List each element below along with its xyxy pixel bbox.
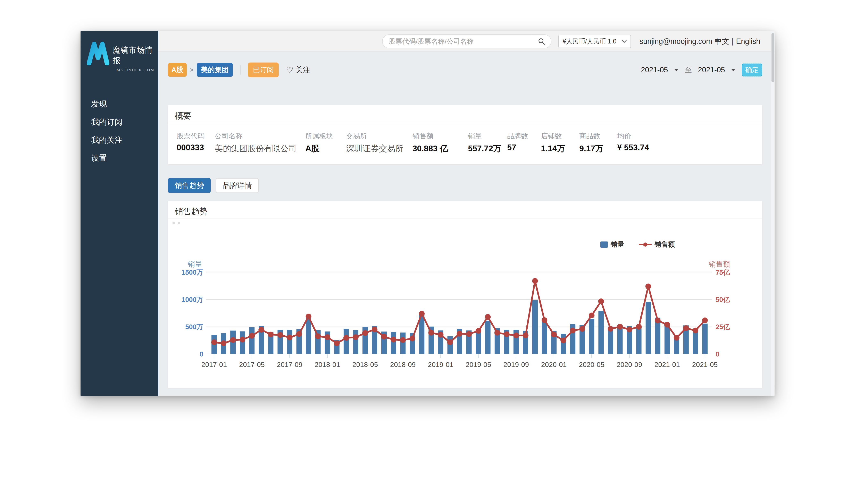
scrollbar-track[interactable] (771, 31, 774, 396)
field-value: 000333 (177, 143, 204, 152)
user-email: sunjing@moojing.com (640, 37, 712, 46)
svg-text:25亿: 25亿 (716, 323, 730, 331)
svg-text:2020-01: 2020-01 (541, 361, 567, 369)
svg-text:2017-01: 2017-01 (202, 361, 227, 369)
svg-text:2019-01: 2019-01 (428, 361, 454, 369)
svg-text:2018-01: 2018-01 (315, 361, 340, 369)
svg-text:2017-05: 2017-05 (239, 361, 265, 369)
brand-domain: MKTINDEX.COM (113, 68, 159, 72)
currency-value: ¥人民币/人民币 1.0 (563, 37, 617, 46)
chart-toolbox-icon[interactable] (178, 222, 180, 224)
svg-text:1000万: 1000万 (182, 296, 203, 303)
field-label: 商品数 (579, 131, 600, 141)
search-button[interactable] (532, 35, 551, 48)
main-content: A股 > 美的集团 已订阅 ♡ 关注 2021-05 至 2021-05 (159, 52, 774, 396)
stock-search (382, 34, 551, 49)
overview-card: 概要 股票代码000333公司名称美的集团股份有限公司所属板块A股交易所深圳证券… (168, 105, 762, 164)
svg-text:2020-05: 2020-05 (579, 361, 605, 369)
field-label: 所属板块 (305, 131, 333, 141)
currency-select[interactable]: ¥人民币/人民币 1.0 (558, 35, 631, 48)
follow-button[interactable]: ♡ 关注 (286, 65, 310, 75)
brand-name: 魔镜市场情报 (113, 45, 159, 66)
svg-text:2019-05: 2019-05 (466, 361, 491, 369)
chart-toolbox-icon[interactable] (173, 222, 175, 224)
scrollbar-thumb[interactable] (771, 33, 774, 82)
svg-text:0: 0 (716, 350, 719, 358)
sidebar-item-0[interactable]: 发现 (91, 99, 107, 109)
field-label: 交易所 (346, 131, 367, 141)
field-value: 美的集团股份有限公司 (215, 143, 297, 154)
chart-legend: 销量 销售额 (600, 240, 675, 249)
caret-down-icon (674, 68, 679, 72)
svg-text:2020-09: 2020-09 (617, 361, 642, 369)
legend-label: 销量 (611, 240, 624, 249)
sidebar-item-3[interactable]: 设置 (91, 153, 107, 163)
legend-label: 销售额 (654, 240, 675, 249)
field-value: 557.72万 (468, 143, 501, 154)
field-value: 9.17万 (579, 143, 604, 154)
lang-en[interactable]: English (736, 37, 760, 46)
sidebar-item-2[interactable]: 我的关注 (91, 135, 122, 145)
svg-text:销售额: 销售额 (708, 260, 730, 268)
legend-item-amount[interactable]: 销售额 (639, 240, 675, 249)
svg-text:2021-05: 2021-05 (692, 361, 718, 369)
field-value: A股 (305, 143, 319, 154)
svg-text:1500万: 1500万 (182, 268, 203, 276)
date-from-select[interactable]: 2021-05 (641, 66, 679, 74)
divider (168, 218, 762, 219)
breadcrumb-market-badge[interactable]: A股 (168, 63, 187, 77)
field-label: 均价 (617, 131, 631, 141)
heart-icon: ♡ (286, 65, 293, 75)
search-icon (538, 38, 545, 45)
line-swatch-icon (639, 242, 652, 248)
svg-text:50亿: 50亿 (716, 296, 730, 303)
date-to-select[interactable]: 2021-05 (698, 66, 736, 74)
sidebar-item-1[interactable]: 我的订阅 (91, 117, 122, 127)
legend-item-volume[interactable]: 销量 (600, 240, 624, 249)
sales-trend-card: 销售趋势 销量 销售额 销量销售额0500万1000万1500万025亿50亿7… (168, 201, 762, 388)
caret-down-icon (731, 68, 736, 72)
chevron-down-icon (621, 40, 627, 43)
breadcrumb: A股 > 美的集团 已订阅 ♡ 关注 2021-05 至 2021-05 (168, 63, 762, 77)
svg-text:0: 0 (199, 350, 203, 358)
breadcrumb-company-badge[interactable]: 美的集团 (197, 63, 233, 77)
svg-text:2018-05: 2018-05 (352, 361, 378, 369)
date-to-label: 至 (685, 65, 692, 75)
date-to-value: 2021-05 (698, 66, 725, 74)
svg-text:2017-09: 2017-09 (277, 361, 302, 369)
field-label: 销售额 (412, 131, 433, 141)
overview-title: 概要 (175, 110, 191, 121)
sidebar: 魔镜市场情报 MKTINDEX.COM 发现我的订阅我的关注设置 (80, 31, 159, 396)
field-value: 深圳证券交易所 (346, 143, 403, 154)
svg-text:2019-09: 2019-09 (503, 361, 529, 369)
breadcrumb-divider (240, 65, 241, 75)
field-label: 销量 (468, 131, 482, 141)
sales-trend-chart: 销量销售额0500万1000万1500万025亿50亿75亿2017-01201… (168, 238, 762, 381)
field-label: 品牌数 (507, 131, 528, 141)
trend-title: 销售趋势 (175, 206, 208, 217)
search-input[interactable] (382, 35, 532, 48)
user-menu[interactable]: sunjing@moojing.com (640, 31, 719, 52)
field-value: 57 (507, 143, 517, 152)
subscribed-button[interactable]: 已订阅 (248, 63, 279, 77)
field-label: 股票代码 (177, 131, 205, 141)
svg-text:2018-09: 2018-09 (390, 361, 416, 369)
lang-zh[interactable]: 中文 (715, 36, 729, 46)
confirm-button[interactable]: 确定 (742, 64, 762, 76)
svg-text:75亿: 75亿 (716, 268, 730, 276)
field-label: 店铺数 (541, 131, 562, 141)
date-from-value: 2021-05 (641, 66, 668, 74)
breadcrumb-arrow: > (190, 66, 194, 73)
follow-label: 关注 (295, 65, 310, 75)
brand-m-icon (87, 41, 109, 65)
app-window: 魔镜市场情报 MKTINDEX.COM 发现我的订阅我的关注设置 ¥人民币/人民… (80, 31, 774, 396)
tab-brand-detail[interactable]: 品牌详情 (216, 178, 259, 193)
brand-logo: 魔镜市场情报 MKTINDEX.COM (87, 41, 159, 72)
field-label: 公司名称 (215, 131, 242, 141)
svg-text:2021-01: 2021-01 (654, 361, 680, 369)
language-switch[interactable]: 中文 | English (715, 31, 760, 52)
date-range: 2021-05 至 2021-05 确定 (641, 64, 762, 76)
tab-bar: 销售趋势 品牌详情 (168, 178, 259, 193)
svg-text:500万: 500万 (185, 323, 203, 331)
tab-sales-trend[interactable]: 销售趋势 (168, 178, 211, 193)
